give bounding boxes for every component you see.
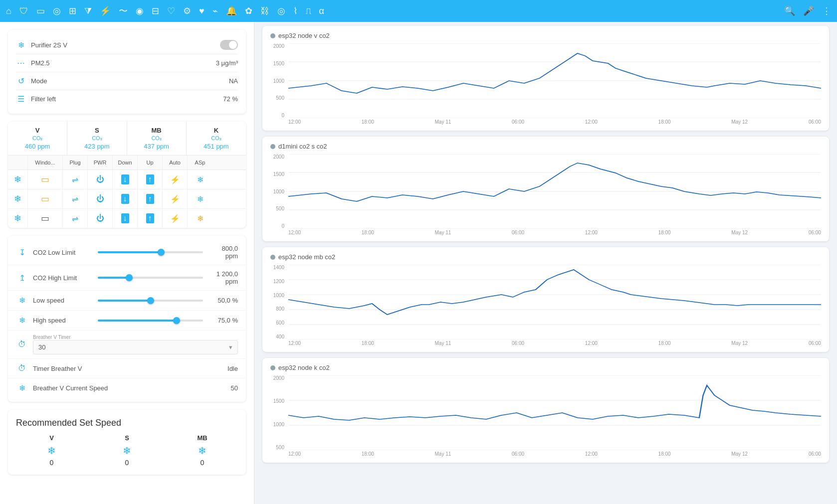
breather-current-speed-row: ❄ Breather V Current Speed 50 xyxy=(8,378,246,398)
sliders-section: ↧ CO2 Low Limit 800,0 ppm ↥ CO2 High Lim… xyxy=(8,236,246,402)
ctrl-header-node xyxy=(8,156,28,169)
ctrl-s-down[interactable]: ↓ xyxy=(113,189,138,208)
target-icon[interactable]: ◎ xyxy=(53,5,61,16)
grid-icon[interactable]: ⊞ xyxy=(69,5,76,16)
link-icon[interactable]: ⛓ xyxy=(260,6,269,16)
co2-low-label: CO2 Low Limit xyxy=(33,249,93,256)
device-toggle[interactable] xyxy=(220,40,238,50)
co2-node-k: K CO₂ 451 ppm xyxy=(187,122,246,155)
timer-breather-value: Idle xyxy=(227,365,238,372)
chart-v-title: esp32 node v co2 xyxy=(270,32,821,39)
ctrl-s-pwr[interactable]: ⏻ xyxy=(88,189,113,208)
ctrl-v-pwr[interactable]: ⏻ xyxy=(88,170,113,189)
search-icon[interactable]: 🔍 xyxy=(784,5,795,16)
timer-icon: ⏱ xyxy=(16,340,28,349)
wave-icon[interactable]: 〜 xyxy=(119,5,128,17)
wifi-icon[interactable]: ⌁ xyxy=(212,5,218,16)
filter-label: Filter left xyxy=(31,95,223,103)
timer-breather-icon: ⏱ xyxy=(16,364,28,373)
chart-k-title: esp32 node k co2 xyxy=(270,364,821,371)
chart-v-svg xyxy=(288,43,821,118)
breather-timer-sublabel: Breather V Timer xyxy=(33,335,238,340)
antenna-icon[interactable]: ⌇ xyxy=(293,5,298,16)
mode-icon: ↺ xyxy=(16,76,26,86)
signal-icon[interactable]: ⎍ xyxy=(306,6,311,16)
shield-icon[interactable]: 🛡 xyxy=(19,6,28,16)
pm25-icon: ⋯ xyxy=(16,58,26,68)
high-speed-slider[interactable] xyxy=(98,320,203,322)
timer-breather-row: ⏱ Timer Breather V Idle xyxy=(8,359,246,378)
ctrl-v-plug[interactable]: ⇌ xyxy=(63,170,88,189)
heart-icon[interactable]: ♡ xyxy=(167,5,175,16)
rec-node-s: S ❄ 0 xyxy=(91,434,163,467)
chart-mb-co2: esp32 node mb co2 1400 1200 1000 800 600… xyxy=(262,247,829,352)
home-icon[interactable]: ⌂ xyxy=(6,6,11,16)
activity-icon[interactable]: ♥ xyxy=(199,6,205,16)
ctrl-v-window[interactable]: ▭ xyxy=(28,170,63,189)
chart-mb-title: esp32 node mb co2 xyxy=(270,253,821,261)
ctrl-s-auto[interactable]: ⚡ xyxy=(163,189,188,208)
alpha-icon[interactable]: α xyxy=(319,6,324,16)
ctrl-mb-plug[interactable]: ⇌ xyxy=(63,209,88,228)
co2-low-value: 800,0 ppm xyxy=(208,245,238,260)
rec-s-icon: ❄ xyxy=(91,445,163,457)
high-speed-value: 75,0 % xyxy=(208,317,238,324)
co2-high-label: CO2 High Limit xyxy=(33,274,93,282)
high-speed-label: High speed xyxy=(33,317,93,324)
co2-header-row: V CO₂ 460 ppm S CO₂ 423 ppm MB CO₂ 437 p… xyxy=(8,122,246,156)
chart-v-co2: esp32 node v co2 2000 1500 1000 500 0 xyxy=(262,26,829,131)
window-icon[interactable]: ▭ xyxy=(36,5,45,16)
chart-mb-dot xyxy=(270,255,275,260)
breather-speed-icon: ❄ xyxy=(16,383,28,393)
radio-icon[interactable]: ◎ xyxy=(277,5,285,16)
co2-low-limit-row: ↧ CO2 Low Limit 800,0 ppm xyxy=(8,240,246,265)
chart-s-dot xyxy=(270,144,275,149)
co2-low-slider[interactable] xyxy=(98,251,203,253)
sliders-icon[interactable]: ⊟ xyxy=(152,5,159,16)
recommended-title: Recommended Set Speed xyxy=(16,418,238,428)
ctrl-header-window: Windo... xyxy=(28,156,63,169)
mode-value: NA xyxy=(229,77,238,85)
co2-node-v: V CO₂ 460 ppm xyxy=(8,122,67,155)
mode-row: ↺ Mode NA xyxy=(16,72,238,90)
bolt-icon[interactable]: ⚡ xyxy=(100,5,111,16)
ctrl-v-auto[interactable]: ⚡ xyxy=(163,170,188,189)
ctrl-mb-up[interactable]: ↑ xyxy=(138,209,163,228)
ctrl-s-asp[interactable]: ❄ xyxy=(188,189,212,208)
ctrl-mb-window[interactable]: ▭ xyxy=(28,209,63,228)
co2-node-mb: MB CO₂ 437 ppm xyxy=(127,122,187,155)
more-vert-icon[interactable]: ⋮ xyxy=(822,5,831,16)
leaf-icon[interactable]: ✿ xyxy=(245,5,252,16)
ctrl-header-asp: ASp xyxy=(188,156,212,169)
ctrl-s-window[interactable]: ▭ xyxy=(28,189,63,208)
device-name-row: ❄ Purifier 2S V xyxy=(16,36,238,54)
chart-s-title: d1mini co2 s co2 xyxy=(270,143,821,150)
filter-icon[interactable]: ⧩ xyxy=(84,6,92,16)
ctrl-mb-auto[interactable]: ⚡ xyxy=(163,209,188,228)
settings-icon[interactable]: ⚙ xyxy=(183,5,191,16)
ctrl-s-up[interactable]: ↑ xyxy=(138,189,163,208)
ctrl-header-up: Up xyxy=(138,156,163,169)
top-navigation: ⌂ 🛡 ▭ ◎ ⊞ ⧩ ⚡ 〜 ◉ ⊟ ♡ ⚙ ♥ ⌁ 🔔 ✿ ⛓ ◎ ⌇ ⎍ … xyxy=(0,0,837,22)
ctrl-mb-pwr[interactable]: ⏻ xyxy=(88,209,113,228)
ctrl-s-plug[interactable]: ⇌ xyxy=(63,189,88,208)
low-speed-slider[interactable] xyxy=(98,300,203,302)
ctrl-mb-down[interactable]: ↓ xyxy=(113,209,138,228)
breather-timer-select[interactable]: 30 ▾ xyxy=(33,340,238,354)
rec-node-mb: MB ❄ 0 xyxy=(167,434,238,467)
ctrl-v-down[interactable]: ↓ xyxy=(113,170,138,189)
filter-row: ☰ Filter left 72 % xyxy=(16,90,238,108)
mic-icon[interactable]: 🎤 xyxy=(803,5,814,16)
bell-icon[interactable]: 🔔 xyxy=(226,5,237,16)
dropdown-arrow-icon: ▾ xyxy=(229,343,232,351)
ctrl-v-asp[interactable]: ❄ xyxy=(188,170,212,189)
chart-k-svg xyxy=(288,375,821,450)
recommended-section: Recommended Set Speed V ❄ 0 S ❄ 0 MB ❄ 0 xyxy=(8,410,246,475)
co2-low-icon: ↧ xyxy=(16,248,28,257)
low-speed-value: 50,0 % xyxy=(208,297,238,304)
co2-high-slider[interactable] xyxy=(98,277,203,279)
circle-icon[interactable]: ◉ xyxy=(136,5,144,16)
ctrl-v-up[interactable]: ↑ xyxy=(138,170,163,189)
co2-high-limit-row: ↥ CO2 High Limit 1 200,0 ppm xyxy=(8,265,246,291)
ctrl-mb-asp[interactable]: ❄ xyxy=(188,209,212,228)
